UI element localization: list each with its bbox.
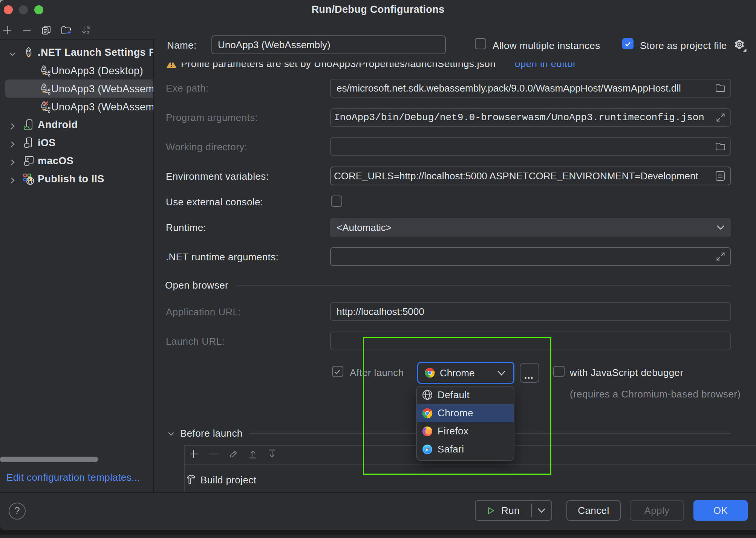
svg-text:z: z: [87, 29, 90, 35]
